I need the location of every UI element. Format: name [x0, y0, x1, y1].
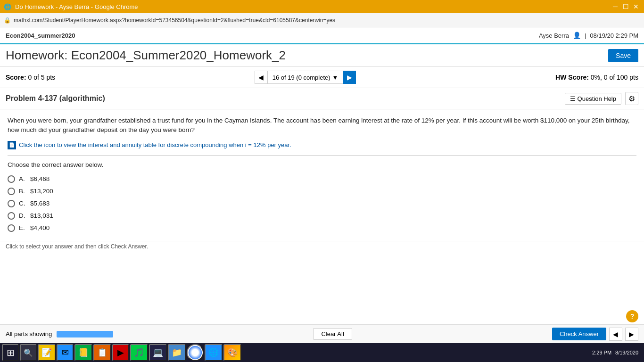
taskbar-time: 2:29 PM	[592, 350, 611, 355]
browser-title: Do Homework - Ayse Berra - Google Chrome	[15, 3, 138, 10]
score-left: Score: 0 of 5 pts	[6, 74, 55, 81]
username: Ayse Berra	[539, 32, 569, 39]
help-icon: ?	[630, 313, 635, 320]
content-area: When you were born, your grandfather est…	[0, 109, 644, 241]
choice-c-value: $5,683	[30, 200, 50, 207]
choice-d-letter: D.	[19, 212, 26, 219]
choice-a[interactable]: A. $6,468	[8, 173, 636, 185]
taskbar-notes[interactable]: 📝	[38, 344, 56, 361]
choice-b-value: $13,200	[30, 188, 53, 195]
status-right: Check Answer ◀ ▶	[552, 328, 638, 341]
divider	[8, 155, 636, 156]
radio-b[interactable]	[8, 188, 15, 195]
prev-nav-button[interactable]: ◀	[609, 328, 622, 341]
radio-c[interactable]	[8, 200, 15, 207]
list-icon: ☰	[570, 95, 576, 102]
status-center: Clear All	[313, 328, 352, 340]
user-icon: 👤	[573, 32, 581, 39]
app-header: Econ2004_summer2020 Ayse Berra 👤 | 08/19…	[0, 27, 644, 44]
settings-button[interactable]: ⚙	[625, 92, 638, 105]
course-title: Econ2004_summer2020	[6, 32, 75, 39]
taskbar-date: 8/19/2020	[615, 350, 638, 355]
choice-c-letter: C.	[19, 200, 26, 207]
choose-text: Choose the correct answer below.	[8, 161, 636, 168]
taskbar-app2[interactable]: ▶	[112, 344, 129, 361]
problem-header: Problem 4-137 (algorithmic) ☰ Question H…	[0, 88, 644, 109]
lock-icon: 🔒	[4, 17, 11, 24]
choice-d[interactable]: D. $13,031	[8, 210, 636, 222]
taskbar-app3[interactable]: 🎵	[130, 344, 148, 361]
radio-d[interactable]	[8, 212, 15, 220]
taskbar-app5[interactable]: 🌐	[205, 344, 223, 361]
taskbar-mail[interactable]: ✉	[57, 344, 74, 361]
answer-choices: A. $6,468 B. $13,200 C. $5,683 D. $13,03…	[8, 173, 636, 234]
taskbar-right: 2:29 PM 8/19/2020	[592, 350, 642, 355]
taskbar-app4[interactable]: 💻	[149, 344, 167, 361]
question-text: When you were born, your grandfather est…	[8, 116, 636, 135]
choice-a-letter: A.	[19, 175, 26, 182]
search-button[interactable]: 🔍	[20, 344, 37, 361]
choice-b-letter: B.	[19, 188, 26, 195]
hw-title: Homework: Econ2004_Summer2020_Homework_2	[6, 48, 286, 63]
nav-label[interactable]: 16 of 19 (0 complete) ▼	[268, 71, 343, 84]
choice-c[interactable]: C. $5,683	[8, 197, 636, 210]
progress-bar	[57, 331, 113, 337]
close-button[interactable]: ✕	[632, 2, 640, 11]
chrome-logo: 🌐	[4, 3, 11, 10]
maximize-button[interactable]: ☐	[621, 2, 630, 11]
minimize-button[interactable]: ─	[611, 2, 619, 11]
check-answer-button[interactable]: Check Answer	[552, 328, 606, 340]
next-nav-button[interactable]: ▶	[625, 328, 638, 341]
radio-a[interactable]	[8, 175, 15, 183]
next-question-button[interactable]: ▶	[343, 71, 356, 84]
save-button[interactable]: Save	[608, 49, 638, 62]
nav-controls: ◀ 16 of 19 (0 complete) ▼ ▶	[255, 71, 356, 84]
score-row: Score: 0 of 5 pts ◀ 16 of 19 (0 complete…	[0, 67, 644, 88]
question-help-button[interactable]: ☰ Question Help	[565, 93, 621, 105]
taskbar-app1[interactable]: 📋	[93, 344, 111, 361]
hw-title-row: Homework: Econ2004_Summer2020_Homework_2…	[0, 44, 644, 67]
score-value: 0 of 5 pts	[28, 74, 55, 81]
app-header-right: Ayse Berra 👤 | 08/19/20 2:29 PM	[539, 32, 638, 39]
hw-score-label: HW Score:	[555, 74, 589, 81]
choice-e-letter: E.	[19, 224, 26, 231]
help-button[interactable]: ?	[626, 310, 638, 322]
table-link-icon: 📄	[8, 141, 16, 149]
hint-row: Click to select your answer and then cli…	[0, 241, 644, 250]
choice-a-value: $6,468	[30, 175, 50, 182]
title-bar: 🌐 Do Homework - Ayse Berra - Google Chro…	[0, 0, 644, 13]
score-right: HW Score: 0%, 0 of 100 pts	[555, 74, 638, 81]
problem-controls: ☰ Question Help ⚙	[565, 92, 638, 105]
radio-e[interactable]	[8, 224, 15, 232]
prev-question-button[interactable]: ◀	[255, 71, 268, 84]
click-hint: Click to select your answer and then cli…	[6, 243, 148, 250]
question-help-label: Question Help	[578, 95, 616, 102]
taskbar-app6[interactable]: 🎨	[223, 344, 241, 361]
table-link-text: Click the icon to view the interest and …	[19, 141, 291, 148]
url-text: mathxl.com/Student/PlayerHomework.aspx?h…	[14, 17, 335, 24]
start-button[interactable]: ⊞	[2, 344, 19, 361]
all-parts-label: All parts showing	[6, 330, 52, 337]
problem-title: Problem 4-137 (algorithmic)	[6, 94, 105, 103]
title-bar-controls: ─ ☐ ✕	[611, 2, 640, 11]
taskbar: ⊞ 🔍 📝 ✉ 📒 📋 ▶ 🎵 💻 📁 🌐 🎨 2:29 PM 8/19/202…	[0, 343, 644, 362]
address-bar: 🔒 mathxl.com/Student/PlayerHomework.aspx…	[0, 13, 644, 27]
title-bar-left: 🌐 Do Homework - Ayse Berra - Google Chro…	[4, 3, 138, 10]
status-left: All parts showing	[6, 330, 113, 337]
choice-e[interactable]: E. $4,400	[8, 222, 636, 234]
table-link[interactable]: 📄 Click the icon to view the interest an…	[8, 141, 636, 149]
status-bar: All parts showing Clear All Check Answer…	[0, 324, 644, 343]
datetime: 08/19/20 2:29 PM	[590, 32, 638, 39]
choice-d-value: $13,031	[30, 212, 53, 219]
choice-b[interactable]: B. $13,200	[8, 185, 636, 197]
taskbar-chrome[interactable]	[187, 344, 204, 361]
taskbar-onenote[interactable]: 📒	[74, 344, 92, 361]
separator: |	[585, 32, 586, 39]
gear-icon: ⚙	[628, 94, 635, 103]
clear-all-button[interactable]: Clear All	[313, 328, 352, 340]
choice-e-value: $4,400	[30, 224, 50, 231]
nav-text: 16 of 19 (0 complete)	[272, 74, 330, 81]
nav-dropdown-icon: ▼	[332, 74, 339, 81]
hw-score-value: 0%, 0 of 100 pts	[591, 74, 638, 81]
taskbar-folder[interactable]: 📁	[168, 344, 186, 361]
